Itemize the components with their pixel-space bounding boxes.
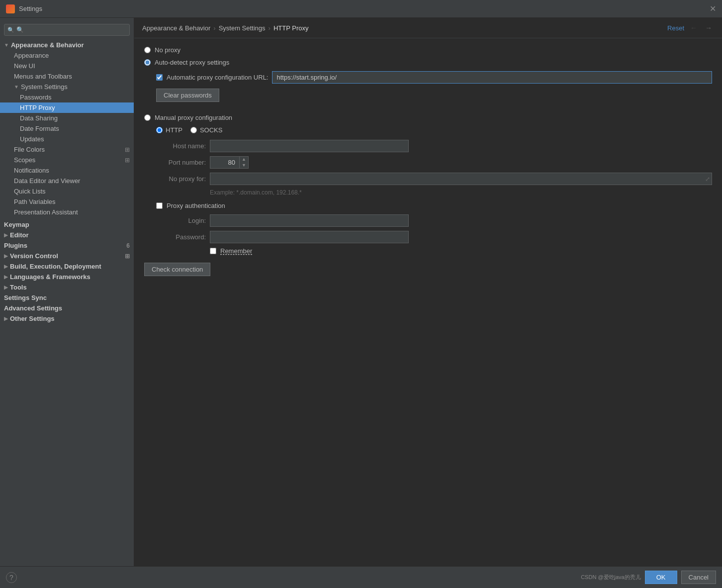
sidebar-item-new-ui[interactable]: New UI bbox=[0, 61, 134, 71]
sidebar-item-file-colors[interactable]: File Colors ⊞ bbox=[0, 144, 134, 155]
sidebar-item-label: Build, Execution, Deployment bbox=[10, 263, 101, 270]
chevron-right-icon: ▶ bbox=[4, 274, 8, 280]
search-box: 🔍 bbox=[4, 24, 130, 36]
sidebar-item-scopes[interactable]: Scopes ⊞ bbox=[0, 155, 134, 165]
back-button[interactable]: ← bbox=[688, 23, 699, 33]
breadcrumb-part3: HTTP Proxy bbox=[273, 24, 309, 32]
content-area: Appearance & Behavior › System Settings … bbox=[134, 18, 722, 566]
auto-proxy-url-checkbox[interactable] bbox=[156, 74, 163, 81]
sidebar-item-label: Menus and Toolbars bbox=[14, 73, 72, 80]
sidebar-item-label: Editor bbox=[10, 231, 29, 239]
sidebar-item-label: Advanced Settings bbox=[4, 304, 62, 312]
sidebar-item-http-proxy[interactable]: HTTP Proxy bbox=[0, 102, 134, 113]
auto-detect-label[interactable]: Auto-detect proxy settings bbox=[155, 59, 229, 66]
manual-proxy-label[interactable]: Manual proxy configuration bbox=[155, 114, 232, 121]
http-radio-group: HTTP bbox=[156, 126, 182, 134]
app-icon bbox=[6, 4, 15, 13]
sidebar-item-notifications[interactable]: Notifications bbox=[0, 165, 134, 176]
proxy-auth-row: Proxy authentication bbox=[156, 202, 712, 209]
sidebar-item-plugins[interactable]: Plugins 6 bbox=[0, 240, 134, 251]
ok-button[interactable]: OK bbox=[645, 571, 677, 584]
no-proxy-for-label: No proxy for: bbox=[156, 175, 206, 183]
port-decrement-button[interactable]: ▼ bbox=[240, 163, 248, 169]
sidebar-item-passwords[interactable]: Passwords bbox=[0, 92, 134, 102]
proxy-auth-checkbox[interactable] bbox=[156, 202, 163, 209]
close-button[interactable]: ✕ bbox=[710, 4, 716, 13]
sidebar-item-languages-frameworks[interactable]: ▶ Languages & Frameworks bbox=[0, 272, 134, 282]
proxy-url-input[interactable] bbox=[272, 71, 712, 84]
remember-checkbox[interactable] bbox=[210, 248, 216, 254]
auto-detect-section: Automatic proxy configuration URL: Clear… bbox=[156, 71, 712, 108]
sidebar-item-menus-toolbars[interactable]: Menus and Toolbars bbox=[0, 71, 134, 82]
sidebar-item-other-settings[interactable]: ▶ Other Settings bbox=[0, 313, 134, 324]
chevron-down-icon: ▼ bbox=[4, 42, 9, 48]
socks-radio[interactable] bbox=[190, 127, 197, 133]
forward-button[interactable]: → bbox=[703, 23, 714, 33]
reset-button[interactable]: Reset bbox=[667, 24, 684, 32]
cancel-button[interactable]: Cancel bbox=[681, 571, 716, 584]
chevron-down-icon: ▼ bbox=[14, 84, 19, 90]
no-proxy-for-input[interactable] bbox=[210, 173, 712, 185]
port-number-row: Port number: ▲ ▼ bbox=[156, 156, 712, 169]
sidebar-item-data-editor-viewer[interactable]: Data Editor and Viewer bbox=[0, 176, 134, 186]
auto-proxy-url-label[interactable]: Automatic proxy configuration URL: bbox=[167, 74, 268, 81]
sidebar-item-presentation-assistant[interactable]: Presentation Assistant bbox=[0, 207, 134, 217]
help-button[interactable]: ? bbox=[6, 572, 17, 583]
sidebar-item-label: Plugins bbox=[4, 242, 27, 249]
sidebar-item-advanced-settings[interactable]: Advanced Settings bbox=[0, 303, 134, 313]
no-proxy-label[interactable]: No proxy bbox=[155, 46, 180, 54]
sidebar-item-tools[interactable]: ▶ Tools bbox=[0, 282, 134, 293]
search-input[interactable] bbox=[4, 24, 130, 36]
manual-proxy-type-options: HTTP SOCKS bbox=[156, 126, 712, 134]
login-input[interactable] bbox=[210, 214, 409, 227]
remember-label[interactable]: Remember bbox=[220, 247, 252, 255]
chevron-right-icon: ▶ bbox=[4, 264, 8, 269]
proxy-auth-label[interactable]: Proxy authentication bbox=[167, 202, 225, 209]
sidebar-item-build-execution[interactable]: ▶ Build, Execution, Deployment bbox=[0, 261, 134, 272]
sidebar-item-label: Keymap bbox=[4, 221, 29, 228]
clear-passwords-button[interactable]: Clear passwords bbox=[156, 89, 219, 102]
sidebar-item-label: Date Formats bbox=[20, 125, 59, 132]
sidebar-item-updates[interactable]: Updates bbox=[0, 134, 134, 144]
sidebar-item-system-settings[interactable]: ▼ System Settings bbox=[0, 82, 134, 92]
sidebar-item-editor[interactable]: ▶ Editor bbox=[0, 230, 134, 240]
auto-detect-radio[interactable] bbox=[144, 59, 151, 66]
sidebar-item-label: Presentation Assistant bbox=[14, 208, 78, 216]
no-proxy-for-wrapper: ⤢ bbox=[210, 173, 712, 185]
http-label[interactable]: HTTP bbox=[166, 126, 182, 134]
sidebar-item-appearance-behavior[interactable]: ▼ Appearance & Behavior bbox=[0, 40, 134, 50]
sidebar-item-settings-sync[interactable]: Settings Sync bbox=[0, 293, 134, 303]
login-row: Login: bbox=[156, 214, 712, 227]
socks-label[interactable]: SOCKS bbox=[200, 126, 223, 134]
manual-proxy-radio[interactable] bbox=[144, 114, 151, 121]
sidebar-item-label: New UI bbox=[14, 62, 35, 70]
breadcrumb-part2: System Settings bbox=[219, 24, 266, 32]
plugins-badge: 6 bbox=[126, 242, 130, 249]
sidebar-item-data-sharing[interactable]: Data Sharing bbox=[0, 113, 134, 123]
sidebar-item-label: Version Control bbox=[10, 252, 58, 260]
sidebar-item-label: Quick Lists bbox=[14, 188, 46, 195]
sidebar-item-keymap[interactable]: Keymap bbox=[0, 219, 134, 230]
password-input[interactable] bbox=[210, 231, 409, 243]
sidebar-item-date-formats[interactable]: Date Formats bbox=[0, 123, 134, 134]
sidebar-item-path-variables[interactable]: Path Variables bbox=[0, 196, 134, 207]
breadcrumb-sep1: › bbox=[213, 24, 215, 32]
sidebar-item-appearance[interactable]: Appearance bbox=[0, 50, 134, 61]
chevron-right-icon: ▶ bbox=[4, 316, 8, 321]
host-name-input[interactable] bbox=[210, 140, 409, 152]
bottom-actions: CSDN @爱吃java的秃儿 OK Cancel bbox=[581, 571, 716, 584]
port-increment-button[interactable]: ▲ bbox=[240, 157, 248, 163]
sidebar-item-label: Updates bbox=[20, 135, 44, 143]
chevron-right-icon: ▶ bbox=[4, 253, 8, 259]
http-radio[interactable] bbox=[156, 127, 163, 133]
layout-icon: ⊞ bbox=[125, 146, 130, 153]
port-number-input[interactable] bbox=[210, 156, 240, 169]
check-connection-button[interactable]: Check connection bbox=[144, 263, 210, 276]
sidebar-item-version-control[interactable]: ▶ Version Control ⊞ bbox=[0, 251, 134, 261]
breadcrumb-part1: Appearance & Behavior bbox=[142, 24, 210, 32]
sidebar-item-label: Settings Sync bbox=[4, 294, 47, 301]
sidebar-item-quick-lists[interactable]: Quick Lists bbox=[0, 186, 134, 196]
no-proxy-radio[interactable] bbox=[144, 47, 151, 53]
layout-icon: ⊞ bbox=[125, 253, 130, 260]
sidebar-item-label: Notifications bbox=[14, 167, 49, 174]
